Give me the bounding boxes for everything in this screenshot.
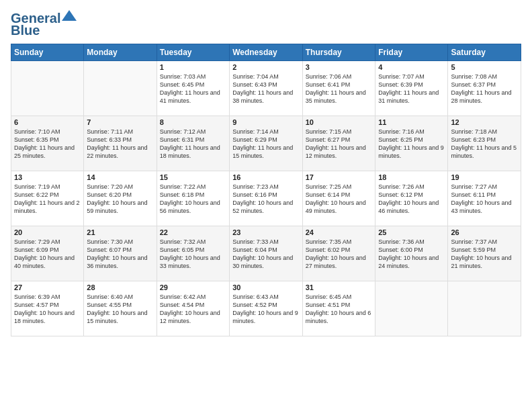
- day-number: 23: [232, 228, 300, 236]
- day-cell: 23Sunrise: 7:33 AMSunset: 6:04 PMDayligh…: [230, 226, 303, 281]
- day-detail: Sunrise: 7:27 AMSunset: 6:11 PMDaylight:…: [451, 183, 518, 216]
- weekday-header-tuesday: Tuesday: [157, 44, 229, 61]
- day-number: 8: [160, 118, 226, 126]
- day-cell: 2Sunrise: 7:04 AMSunset: 6:43 PMDaylight…: [230, 61, 303, 116]
- day-cell: 13Sunrise: 7:19 AMSunset: 6:22 PMDayligh…: [11, 171, 84, 226]
- day-number: 31: [306, 283, 372, 291]
- day-cell: 25Sunrise: 7:36 AMSunset: 6:00 PMDayligh…: [375, 226, 448, 281]
- day-detail: Sunrise: 7:25 AMSunset: 6:14 PMDaylight:…: [306, 183, 372, 216]
- day-cell: 24Sunrise: 7:35 AMSunset: 6:02 PMDayligh…: [302, 226, 375, 281]
- day-detail: Sunrise: 7:12 AMSunset: 6:31 PMDaylight:…: [160, 128, 226, 161]
- weekday-header-sunday: Sunday: [11, 44, 84, 61]
- day-number: 28: [87, 283, 153, 291]
- day-number: 27: [14, 283, 81, 291]
- day-number: 7: [87, 118, 153, 126]
- day-cell: 21Sunrise: 7:30 AMSunset: 6:07 PMDayligh…: [84, 226, 157, 281]
- day-detail: Sunrise: 7:04 AMSunset: 6:43 PMDaylight:…: [232, 73, 300, 105]
- day-detail: Sunrise: 7:14 AMSunset: 6:29 PMDaylight:…: [232, 128, 300, 161]
- day-number: 4: [378, 63, 445, 71]
- day-number: 15: [160, 173, 226, 181]
- day-detail: Sunrise: 7:20 AMSunset: 6:20 PMDaylight:…: [87, 183, 153, 216]
- day-cell: 9Sunrise: 7:14 AMSunset: 6:29 PMDaylight…: [230, 116, 303, 171]
- day-cell: [11, 61, 84, 116]
- calendar-table: SundayMondayTuesdayWednesdayThursdayFrid…: [11, 44, 521, 336]
- day-number: 26: [451, 228, 518, 236]
- day-detail: Sunrise: 7:22 AMSunset: 6:18 PMDaylight:…: [160, 183, 226, 216]
- weekday-header-saturday: Saturday: [448, 44, 521, 61]
- week-row-1: 1Sunrise: 7:03 AMSunset: 6:45 PMDaylight…: [11, 61, 521, 116]
- day-detail: Sunrise: 6:45 AMSunset: 4:51 PMDaylight:…: [306, 293, 372, 326]
- day-cell: 5Sunrise: 7:08 AMSunset: 6:37 PMDaylight…: [448, 61, 521, 116]
- weekday-header-monday: Monday: [84, 44, 157, 61]
- day-cell: 16Sunrise: 7:23 AMSunset: 6:16 PMDayligh…: [230, 171, 303, 226]
- day-cell: 1Sunrise: 7:03 AMSunset: 6:45 PMDaylight…: [157, 61, 229, 116]
- logo-icon: [62, 9, 77, 24]
- day-detail: Sunrise: 7:33 AMSunset: 6:04 PMDaylight:…: [232, 238, 300, 271]
- week-row-2: 6Sunrise: 7:10 AMSunset: 6:35 PMDaylight…: [11, 116, 521, 171]
- day-number: 16: [232, 173, 300, 181]
- day-detail: Sunrise: 7:16 AMSunset: 6:25 PMDaylight:…: [378, 128, 445, 161]
- week-row-3: 13Sunrise: 7:19 AMSunset: 6:22 PMDayligh…: [11, 171, 521, 226]
- day-number: 9: [232, 118, 300, 126]
- day-detail: Sunrise: 7:29 AMSunset: 6:09 PMDaylight:…: [14, 238, 81, 271]
- day-cell: 22Sunrise: 7:32 AMSunset: 6:05 PMDayligh…: [157, 226, 229, 281]
- day-detail: Sunrise: 7:11 AMSunset: 6:33 PMDaylight:…: [87, 128, 153, 161]
- day-detail: Sunrise: 7:08 AMSunset: 6:37 PMDaylight:…: [451, 73, 518, 105]
- day-cell: [84, 61, 157, 116]
- day-cell: 18Sunrise: 7:26 AMSunset: 6:12 PMDayligh…: [375, 171, 448, 226]
- day-number: 2: [232, 63, 300, 71]
- day-cell: 7Sunrise: 7:11 AMSunset: 6:33 PMDaylight…: [84, 116, 157, 171]
- day-number: 6: [14, 118, 81, 126]
- day-cell: 28Sunrise: 6:40 AMSunset: 4:55 PMDayligh…: [84, 281, 157, 336]
- day-number: 14: [87, 173, 153, 181]
- day-detail: Sunrise: 7:10 AMSunset: 6:35 PMDaylight:…: [14, 128, 81, 161]
- day-cell: 29Sunrise: 6:42 AMSunset: 4:54 PMDayligh…: [157, 281, 229, 336]
- day-detail: Sunrise: 7:32 AMSunset: 6:05 PMDaylight:…: [160, 238, 226, 271]
- day-cell: 20Sunrise: 7:29 AMSunset: 6:09 PMDayligh…: [11, 226, 84, 281]
- day-cell: [448, 281, 521, 336]
- day-detail: Sunrise: 6:40 AMSunset: 4:55 PMDaylight:…: [87, 293, 153, 326]
- day-detail: Sunrise: 7:30 AMSunset: 6:07 PMDaylight:…: [87, 238, 153, 271]
- weekday-header-row: SundayMondayTuesdayWednesdayThursdayFrid…: [11, 44, 521, 61]
- svg-marker-0: [62, 10, 77, 21]
- day-cell: 15Sunrise: 7:22 AMSunset: 6:18 PMDayligh…: [157, 171, 229, 226]
- day-number: 25: [378, 228, 445, 236]
- day-number: 24: [306, 228, 372, 236]
- day-detail: Sunrise: 7:26 AMSunset: 6:12 PMDaylight:…: [378, 183, 445, 216]
- day-number: 19: [451, 173, 518, 181]
- day-detail: Sunrise: 7:15 AMSunset: 6:27 PMDaylight:…: [306, 128, 372, 161]
- day-cell: 27Sunrise: 6:39 AMSunset: 4:57 PMDayligh…: [11, 281, 84, 336]
- day-number: 21: [87, 228, 153, 236]
- day-cell: 19Sunrise: 7:27 AMSunset: 6:11 PMDayligh…: [448, 171, 521, 226]
- week-row-5: 27Sunrise: 6:39 AMSunset: 4:57 PMDayligh…: [11, 281, 521, 336]
- day-number: 30: [232, 283, 300, 291]
- weekday-header-wednesday: Wednesday: [230, 44, 303, 61]
- day-cell: 6Sunrise: 7:10 AMSunset: 6:35 PMDaylight…: [11, 116, 84, 171]
- day-number: 5: [451, 63, 518, 71]
- day-number: 22: [160, 228, 226, 236]
- day-detail: Sunrise: 7:18 AMSunset: 6:23 PMDaylight:…: [451, 128, 518, 161]
- weekday-header-thursday: Thursday: [302, 44, 375, 61]
- logo: General Blue: [11, 11, 77, 38]
- day-number: 3: [306, 63, 372, 71]
- day-number: 29: [160, 283, 226, 291]
- day-cell: 11Sunrise: 7:16 AMSunset: 6:25 PMDayligh…: [375, 116, 448, 171]
- day-number: 12: [451, 118, 518, 126]
- day-number: 10: [306, 118, 372, 126]
- week-row-4: 20Sunrise: 7:29 AMSunset: 6:09 PMDayligh…: [11, 226, 521, 281]
- day-cell: 4Sunrise: 7:07 AMSunset: 6:39 PMDaylight…: [375, 61, 448, 116]
- day-cell: 17Sunrise: 7:25 AMSunset: 6:14 PMDayligh…: [302, 171, 375, 226]
- day-cell: 31Sunrise: 6:45 AMSunset: 4:51 PMDayligh…: [302, 281, 375, 336]
- day-cell: [375, 281, 448, 336]
- weekday-header-friday: Friday: [375, 44, 448, 61]
- day-cell: 26Sunrise: 7:37 AMSunset: 5:59 PMDayligh…: [448, 226, 521, 281]
- header: General Blue: [11, 11, 521, 38]
- day-detail: Sunrise: 7:03 AMSunset: 6:45 PMDaylight:…: [160, 73, 226, 105]
- day-detail: Sunrise: 7:06 AMSunset: 6:41 PMDaylight:…: [306, 73, 372, 105]
- day-cell: 14Sunrise: 7:20 AMSunset: 6:20 PMDayligh…: [84, 171, 157, 226]
- day-detail: Sunrise: 7:23 AMSunset: 6:16 PMDaylight:…: [232, 183, 300, 216]
- day-detail: Sunrise: 7:37 AMSunset: 5:59 PMDaylight:…: [451, 238, 518, 271]
- day-number: 20: [14, 228, 81, 236]
- day-detail: Sunrise: 6:39 AMSunset: 4:57 PMDaylight:…: [14, 293, 81, 326]
- day-number: 13: [14, 173, 81, 181]
